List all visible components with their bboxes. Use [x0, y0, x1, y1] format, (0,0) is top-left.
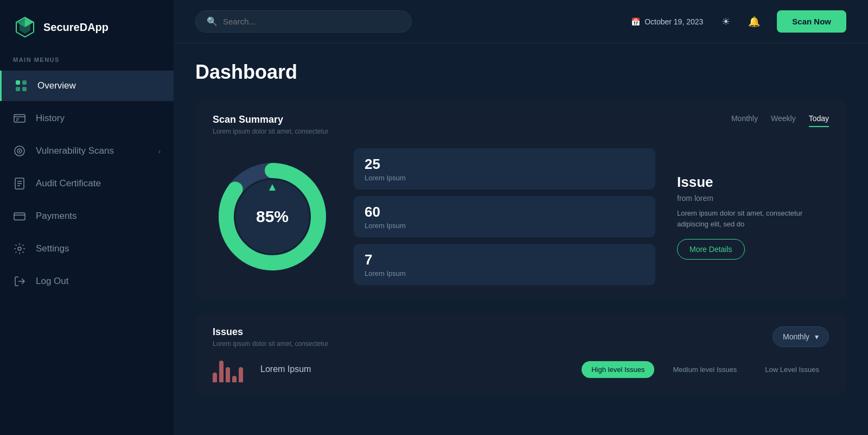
issues-title-group: Issues Lorem ipsum dolor sit amet, conse…	[213, 326, 328, 348]
tab-weekly[interactable]: Weekly	[771, 114, 796, 127]
header: 🔍 📅 October 19, 2023 ☀ 🔔 Scan Now	[174, 0, 868, 43]
header-icons: ☀ 🔔	[716, 12, 764, 31]
theme-toggle-button[interactable]: ☀	[716, 12, 736, 31]
issues-card: Issues Lorem ipsum dolor sit amet, conse…	[195, 313, 846, 395]
tab-monthly[interactable]: Monthly	[731, 114, 758, 127]
sidebar-item-vulnerability-scans[interactable]: Vulnerability Scans ›	[0, 136, 174, 166]
bar-2	[219, 361, 224, 382]
svg-point-21	[18, 247, 21, 250]
stat-label-2: Lorem Ipsum	[365, 269, 644, 278]
svg-rect-5	[22, 80, 27, 85]
issues-header: Issues Lorem ipsum dolor sit amet, conse…	[213, 326, 829, 348]
stat-label-0: Lorem Ipsum	[365, 174, 644, 182]
sidebar-item-vulnerability-scans-label: Vulnerability Scans	[36, 146, 114, 156]
dashboard-content: Dashboard Scan Summary Lorem ipsum dolor…	[174, 43, 868, 435]
stat-number-1: 60	[365, 204, 644, 220]
scan-summary-body: 85% 25 Lorem Ipsum 60 Lorem Ipsum 7 Lore…	[213, 148, 829, 285]
stat-label-1: Lorem Ipsum	[365, 222, 644, 230]
chevron-down-icon: ▾	[815, 332, 819, 341]
sidebar-item-logout-label: Log Out	[36, 276, 69, 287]
svg-rect-8	[14, 115, 25, 122]
search-input[interactable]	[223, 17, 400, 26]
issue-description: Lorem ipsum dolor sit amet, consectetur …	[677, 208, 829, 229]
scan-now-button[interactable]: Scan Now	[777, 10, 846, 33]
sidebar-item-history-label: History	[36, 113, 65, 124]
overview-icon	[15, 79, 28, 92]
settings-icon	[13, 242, 26, 255]
monthly-dropdown-label: Monthly	[783, 332, 809, 341]
notifications-button[interactable]: 🔔	[744, 12, 764, 31]
scan-summary-subtitle: Lorem ipsum dolor sit amet, consectetur	[213, 128, 328, 135]
issue-badges: High level Issues Medium level Issues Lo…	[582, 361, 829, 378]
sidebar-logo: SecureDApp	[0, 0, 174, 56]
svg-rect-19	[14, 213, 25, 220]
scan-summary-header: Scan Summary Lorem ipsum dolor sit amet,…	[213, 114, 829, 135]
stat-number-2: 7	[365, 251, 644, 268]
issue-from: from lorem	[677, 194, 829, 203]
page-title: Dashboard	[195, 61, 846, 84]
main-content: 🔍 📅 October 19, 2023 ☀ 🔔 Scan Now Dashbo…	[174, 0, 868, 435]
sidebar-nav: Overview History Vulnerability Scans › A…	[0, 71, 174, 297]
calendar-icon: 📅	[631, 17, 640, 26]
more-details-button[interactable]: More Details	[677, 239, 745, 260]
bar-4	[232, 376, 237, 382]
sidebar-item-history[interactable]: History	[0, 103, 174, 134]
app-name: SecureDApp	[43, 21, 108, 34]
scan-summary-title-group: Scan Summary Lorem ipsum dolor sit amet,…	[213, 114, 328, 135]
history-icon	[13, 112, 26, 125]
search-bar[interactable]: 🔍	[195, 10, 412, 33]
chevron-right-icon: ›	[158, 147, 161, 155]
stat-card-0: 25 Lorem Ipsum	[354, 148, 655, 190]
issues-lorem-label: Lorem Ipsum	[260, 364, 311, 374]
sidebar: SecureDApp Main Menus Overview History V…	[0, 0, 174, 435]
issue-panel: Issue from lorem Lorem ipsum dolor sit a…	[677, 174, 829, 260]
stat-card-2: 7 Lorem Ipsum	[354, 244, 655, 285]
logout-icon	[13, 275, 26, 288]
donut-chart: 85%	[213, 157, 332, 276]
scan-summary-tabs: Monthly Weekly Today	[731, 114, 829, 127]
logo-icon	[13, 15, 37, 39]
scan-summary-title: Scan Summary	[213, 114, 328, 125]
svg-rect-7	[22, 87, 27, 91]
sidebar-item-settings-label: Settings	[36, 243, 69, 254]
badge-medium-level[interactable]: Medium level Issues	[663, 361, 746, 378]
badge-low-level[interactable]: Low Level Issues	[755, 361, 829, 378]
stat-number-0: 25	[365, 156, 644, 173]
svg-rect-4	[16, 80, 20, 85]
tab-today[interactable]: Today	[809, 114, 829, 127]
sidebar-item-payments[interactable]: Payments	[0, 201, 174, 231]
date-text: October 19, 2023	[644, 17, 703, 26]
bar-1	[213, 373, 217, 382]
scan-summary-card: Scan Summary Lorem ipsum dolor sit amet,…	[195, 99, 846, 300]
sidebar-item-logout[interactable]: Log Out	[0, 266, 174, 297]
bar-3	[226, 367, 230, 382]
svg-point-14	[19, 150, 21, 152]
sidebar-item-audit-certificate[interactable]: Audit Certificate	[0, 168, 174, 199]
sidebar-item-overview[interactable]: Overview	[0, 71, 174, 101]
stats-column: 25 Lorem Ipsum 60 Lorem Ipsum 7 Lorem Ip…	[354, 148, 655, 285]
sidebar-item-payments-label: Payments	[36, 211, 77, 222]
svg-rect-6	[16, 87, 20, 91]
vulnerability-scans-icon	[13, 144, 26, 157]
sidebar-item-settings[interactable]: Settings	[0, 234, 174, 264]
stat-card-1: 60 Lorem Ipsum	[354, 196, 655, 237]
monthly-dropdown[interactable]: Monthly ▾	[773, 326, 829, 347]
sidebar-item-overview-label: Overview	[37, 80, 76, 91]
sidebar-section-label: Main Menus	[0, 56, 174, 71]
bar-chart-mini	[213, 356, 243, 382]
sidebar-item-audit-certificate-label: Audit Certificate	[36, 178, 101, 189]
payments-icon	[13, 210, 26, 223]
badge-high-level[interactable]: High level Issues	[582, 361, 654, 378]
issues-bottom-row: Lorem Ipsum High level Issues Medium lev…	[213, 356, 829, 382]
donut-percent-label: 85%	[256, 207, 289, 226]
issues-title: Issues	[213, 326, 328, 338]
issues-subtitle: Lorem ipsum dolor sit amet, consectetur	[213, 340, 328, 348]
audit-certificate-icon	[13, 177, 26, 190]
bar-5	[239, 367, 243, 382]
issue-title: Issue	[677, 174, 829, 191]
search-icon: 🔍	[207, 16, 218, 27]
header-date: 📅 October 19, 2023	[631, 17, 703, 26]
